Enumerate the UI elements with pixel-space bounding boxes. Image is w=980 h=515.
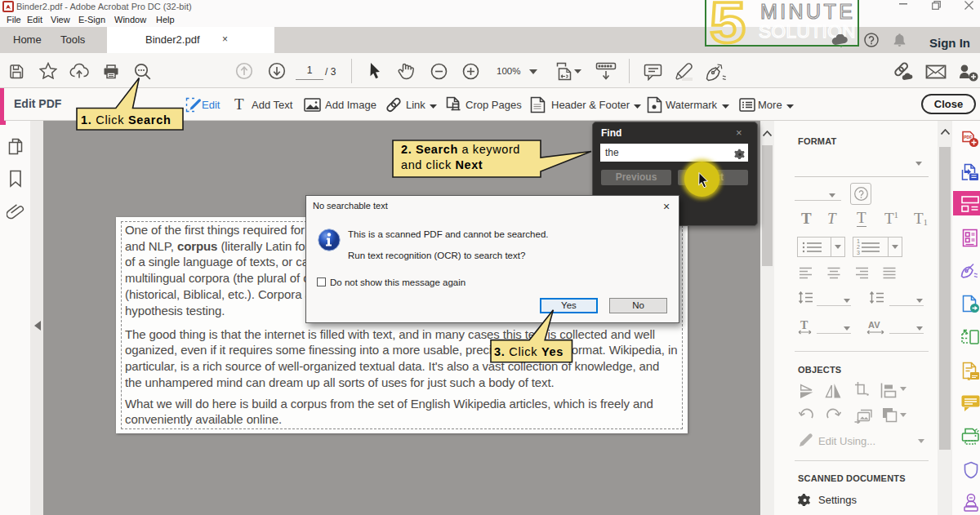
- svg-text:and click Next: and click Next: [401, 158, 483, 171]
- svg-text:AV: AV: [868, 320, 880, 330]
- svg-text:T: T: [800, 319, 808, 331]
- svg-text:2. Search a keyword: 2. Search a keyword: [401, 143, 520, 156]
- svg-text:3. Click Yes: 3. Click Yes: [494, 345, 564, 358]
- svg-text:PDF: PDF: [964, 135, 972, 140]
- svg-text:1. Click Search: 1. Click Search: [81, 113, 171, 127]
